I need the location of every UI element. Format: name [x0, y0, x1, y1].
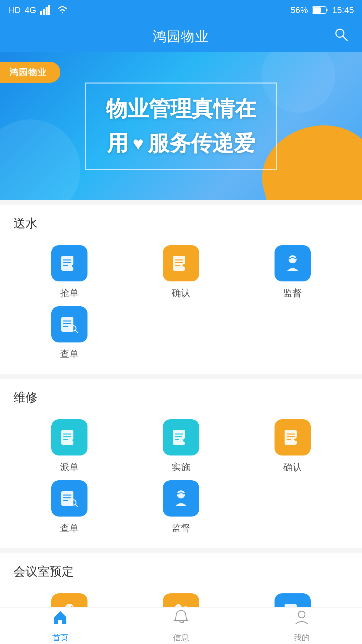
status-bar: HD 4G 56% 15:45 [0, 0, 362, 20]
repair-chadan[interactable]: 查单 [13, 480, 125, 535]
banner-text-line2-text: 用 [107, 129, 128, 158]
wifi-icon [56, 5, 68, 15]
svg-rect-20 [61, 317, 73, 332]
person-icon [293, 608, 310, 630]
svg-rect-46 [183, 493, 185, 494]
svg-rect-45 [177, 493, 179, 494]
main-content: 鸿园物业 物业管理真情在 用 ♥ 服务传递爱 送水 [0, 52, 362, 644]
repair-jiandu-icon [163, 480, 199, 517]
water-qiangdan-label: 抢单 [60, 287, 79, 300]
bell-icon [172, 608, 190, 630]
section-meeting-title: 会议室预定 [13, 564, 349, 580]
repair-paidan-label: 派单 [60, 461, 79, 474]
water-queren-label: 确认 [172, 287, 190, 300]
repair-shishi[interactable]: 实施 [125, 419, 237, 474]
banner-text-line2: 用 ♥ 服务传递爱 [106, 129, 256, 158]
water-qiangdan-icon [51, 245, 87, 281]
water-chadan-label: 查单 [60, 348, 79, 361]
signal-icon [40, 5, 52, 15]
repair-shishi-label: 实施 [172, 461, 190, 474]
banner-text-line1: 物业管理真情在 [106, 94, 256, 123]
nav-home-label: 首页 [52, 632, 68, 643]
water-queren-icon [163, 245, 199, 281]
heart-icon: ♥ [132, 132, 143, 154]
banner-badge: 鸿园物业 [0, 62, 60, 83]
section-water-title: 送水 [13, 215, 349, 232]
home-icon [52, 608, 69, 630]
repair-chadan-icon [51, 480, 87, 517]
repair-icon-grid: 派单 实施 [13, 416, 349, 538]
battery-icon [312, 6, 328, 14]
svg-rect-9 [61, 256, 73, 271]
svg-rect-2 [46, 7, 48, 15]
svg-rect-19 [295, 258, 297, 259]
repair-paidan[interactable]: 派单 [13, 419, 125, 474]
water-jiandu[interactable]: 监督 [237, 245, 349, 300]
svg-rect-38 [61, 491, 73, 506]
search-button[interactable] [334, 27, 349, 45]
water-jiandu-icon [275, 245, 311, 281]
header-title: 鸿园物业 [153, 27, 209, 46]
repair-paidan-icon [51, 419, 87, 455]
nav-info-label: 信息 [173, 632, 189, 643]
repair-shishi-icon [163, 419, 199, 455]
status-time: 15:45 [332, 5, 354, 15]
water-queren[interactable]: 确认 [125, 245, 237, 300]
svg-rect-34 [285, 430, 297, 445]
svg-rect-1 [43, 9, 45, 15]
battery-percent: 56% [291, 5, 308, 15]
repair-jiandu-label: 监督 [172, 522, 190, 535]
banner: 鸿园物业 物业管理真情在 用 ♥ 服务传递爱 [0, 52, 362, 200]
banner-text-box: 物业管理真情在 用 ♥ 服务传递爱 [85, 83, 277, 170]
svg-rect-0 [40, 11, 42, 15]
section-repair-title: 维修 [13, 389, 349, 406]
nav-mine-label: 我的 [294, 632, 310, 643]
status-hd: HD [8, 5, 21, 15]
svg-rect-26 [61, 430, 73, 445]
svg-line-25 [75, 330, 77, 332]
section-water: 送水 抢单 [0, 205, 362, 374]
nav-mine[interactable]: 我的 [241, 608, 362, 643]
section-repair: 维修 派单 [0, 379, 362, 548]
water-chadan-icon [51, 306, 87, 342]
banner-decoration-circle1 [0, 119, 80, 200]
banner-text-line2-text2: 服务传递爱 [148, 129, 255, 158]
svg-rect-3 [48, 5, 50, 15]
water-qiangdan[interactable]: 抢单 [13, 245, 125, 300]
nav-info[interactable]: 信息 [121, 608, 241, 643]
bottom-nav: 首页 信息 我的 [0, 607, 362, 644]
svg-rect-18 [289, 258, 291, 259]
svg-point-65 [298, 611, 305, 618]
repair-jiandu[interactable]: 监督 [125, 480, 237, 535]
repair-chadan-label: 查单 [60, 522, 79, 535]
svg-rect-30 [173, 430, 185, 445]
water-chadan[interactable]: 查单 [13, 306, 125, 361]
svg-rect-5 [326, 9, 327, 11]
status-right: 56% 15:45 [291, 5, 354, 15]
svg-rect-6 [313, 7, 321, 13]
water-jiandu-label: 监督 [283, 287, 302, 300]
svg-line-43 [75, 504, 77, 506]
water-icon-grid: 抢单 确认 [13, 242, 349, 364]
repair-queren-icon [275, 419, 311, 455]
header: 鸿园物业 [0, 20, 362, 52]
repair-queren-label: 确认 [283, 461, 302, 474]
status-left: HD 4G [8, 5, 68, 15]
svg-rect-13 [173, 256, 185, 271]
nav-home[interactable]: 首页 [0, 608, 121, 643]
repair-queren[interactable]: 确认 [237, 419, 349, 474]
svg-line-8 [343, 36, 347, 41]
status-4g: 4G [25, 5, 37, 15]
